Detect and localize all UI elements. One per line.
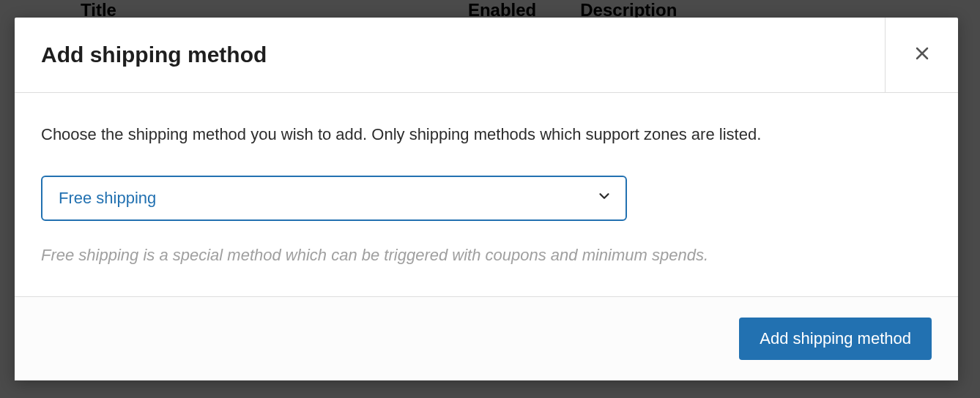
close-button[interactable] xyxy=(885,18,958,92)
select-selected-value: Free shipping xyxy=(59,189,156,208)
shipping-method-select[interactable]: Free shipping xyxy=(41,176,627,221)
add-shipping-method-button[interactable]: Add shipping method xyxy=(739,318,932,360)
modal-body: Choose the shipping method you wish to a… xyxy=(15,93,958,296)
instruction-text: Choose the shipping method you wish to a… xyxy=(41,122,932,146)
chevron-down-icon xyxy=(596,188,612,209)
close-icon xyxy=(913,45,931,65)
modal-header: Add shipping method xyxy=(15,18,958,93)
modal-footer: Add shipping method xyxy=(15,296,958,380)
modal-title: Add shipping method xyxy=(15,18,293,92)
add-shipping-method-modal: Add shipping method Choose the shipping … xyxy=(15,18,958,380)
helper-text: Free shipping is a special method which … xyxy=(41,243,932,267)
shipping-method-select-wrapper: Free shipping xyxy=(41,176,627,221)
